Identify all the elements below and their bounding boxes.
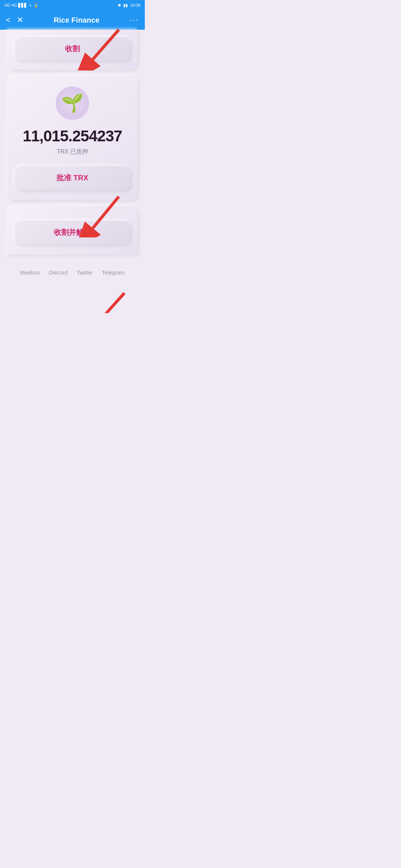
bluetooth-icon: ✱ (118, 3, 121, 8)
footer-link-medium[interactable]: Medium (20, 269, 40, 276)
cards-wrapper: 收割 🌱 11,015.254237 TRX 已质押 批准 TRX (7, 30, 137, 254)
staked-currency-label: TRX 已质押 (57, 148, 88, 156)
back-button[interactable]: < (6, 15, 11, 25)
battery-icon: ▮▮ (123, 3, 128, 8)
header-nav-left: < ✕ (6, 15, 23, 25)
footer-link-discord[interactable]: Discord (49, 269, 68, 276)
time-display: 10:08 (130, 3, 140, 7)
arrow-harvest-decompress (72, 289, 136, 313)
wifi-icon: ∿ (29, 3, 32, 8)
status-bar: HD 4G ▋▋▋ ∿ ⌛ ✱ ▮▮ 10:08 (0, 0, 145, 10)
staked-amount: 11,015.254237 (23, 127, 122, 145)
footer-link-telegram[interactable]: Telegram (102, 269, 125, 276)
page-title: Rice Finance (23, 16, 130, 24)
header: < ✕ Rice Finance ··· (0, 10, 145, 30)
status-right: ✱ ▮▮ 10:08 (118, 3, 140, 8)
harvest-decompress-button[interactable]: 收割并解压 (15, 221, 130, 244)
staked-card: 🌱 11,015.254237 TRX 已质押 批准 TRX (7, 75, 137, 200)
svg-line-5 (93, 293, 124, 313)
main-content: 收割 🌱 11,015.254237 TRX 已质押 批准 TRX (0, 30, 145, 262)
signal-icons: HD 4G ▋▋▋ (4, 3, 27, 8)
close-button[interactable]: ✕ (17, 15, 23, 25)
plant-icon-container: 🌱 (56, 86, 89, 120)
more-menu-button[interactable]: ··· (130, 15, 139, 25)
approve-trx-button[interactable]: 批准 TRX (15, 166, 130, 190)
footer: Medium Discord Twitter Telegram (0, 262, 145, 283)
harvest-card: 收割 (7, 30, 137, 69)
footer-link-twitter[interactable]: Twitter (76, 269, 93, 276)
status-left: HD 4G ▋▋▋ ∿ ⌛ (4, 3, 39, 8)
bottom-card: 收割并解压 (7, 206, 137, 254)
plant-icon: 🌱 (61, 93, 84, 114)
harvest-button[interactable]: 收割 (15, 37, 130, 60)
timer-icon: ⌛ (33, 3, 39, 8)
